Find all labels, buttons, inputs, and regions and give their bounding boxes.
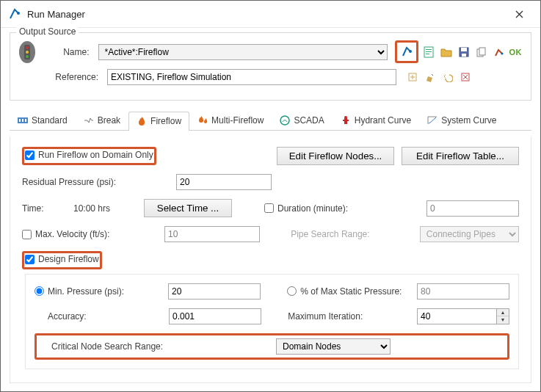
max-iteration-spinner[interactable]: ▲▼: [417, 308, 509, 324]
ok-button[interactable]: OK: [509, 48, 523, 57]
pipe-search-select: Connecting Pipes: [420, 226, 519, 242]
min-pressure-input[interactable]: [168, 283, 261, 300]
pct-max-static-input: [417, 283, 509, 300]
output-source-legend: Output Source: [16, 26, 79, 37]
svg-rect-11: [461, 48, 467, 51]
select-time-button[interactable]: Select Time ...: [144, 199, 232, 217]
window-title: Run Manager: [27, 9, 505, 20]
pipe-search-label: Pipe Search Range:: [291, 229, 413, 239]
fireflow-icon: [137, 116, 147, 126]
tab-scada[interactable]: SCADA: [272, 111, 332, 130]
output-source-group: Output Source Name: *Active*:Fireflow: [10, 32, 531, 101]
break-icon: [84, 115, 94, 126]
svg-rect-7: [426, 49, 432, 50]
critical-node-select[interactable]: Domain Nodes: [276, 338, 391, 355]
svg-point-15: [501, 52, 503, 54]
duration-checkbox[interactable]: Duration (minute):: [264, 203, 348, 214]
hydrant-curve-icon: [341, 115, 351, 126]
standard-icon: [18, 115, 28, 126]
svg-rect-14: [479, 48, 485, 55]
design-fireflow-group: Min. Pressure (psi): % of Max Static Pre…: [25, 274, 519, 369]
run-domain-only-checkbox[interactable]: Run Fireflow on Domain Only: [25, 150, 153, 160]
accuracy-input[interactable]: [169, 308, 261, 324]
name-select[interactable]: *Active*:Fireflow: [98, 44, 388, 60]
max-iteration-label: Maximum Iteration:: [288, 311, 410, 322]
max-velocity-input: [164, 226, 260, 242]
accuracy-label: Accuracy:: [35, 311, 161, 322]
svg-point-25: [344, 116, 347, 119]
svg-point-0: [17, 12, 20, 15]
time-label: Time:: [22, 203, 66, 214]
ref-new-icon[interactable]: [405, 70, 420, 84]
tab-system-curve[interactable]: System Curve: [419, 111, 504, 130]
residual-pressure-input[interactable]: [176, 174, 272, 190]
scada-icon: [280, 115, 290, 126]
time-value: 10:00 hrs: [73, 203, 137, 214]
tab-multi-fireflow[interactable]: Multi-Fireflow: [189, 111, 272, 130]
svg-rect-8: [426, 51, 432, 52]
tab-hydrant-curve[interactable]: Hydrant Curve: [333, 111, 419, 130]
traffic-light-icon: [19, 41, 35, 63]
copy-icon[interactable]: [474, 45, 489, 59]
tab-bar: Standard Break Fireflow Multi-Fireflow S…: [10, 111, 531, 131]
spin-down-icon[interactable]: ▼: [497, 316, 509, 324]
edit-fireflow-nodes-button[interactable]: Edit Fireflow Nodes...: [277, 147, 394, 165]
ref-edit-icon[interactable]: [423, 70, 437, 84]
svg-point-5: [409, 50, 412, 53]
edit-fireflow-table-button[interactable]: Edit Fireflow Table...: [402, 147, 519, 165]
svg-point-2: [26, 46, 29, 49]
settings-icon[interactable]: [492, 45, 506, 59]
run-manager-icon: [8, 7, 21, 21]
close-button[interactable]: [505, 5, 533, 23]
run-icon[interactable]: [400, 44, 415, 59]
name-label: Name:: [43, 47, 93, 57]
tab-standard[interactable]: Standard: [10, 111, 76, 130]
max-velocity-checkbox[interactable]: Max. Velocity (ft/s):: [22, 229, 157, 239]
multi-fireflow-icon: [197, 115, 208, 126]
svg-rect-20: [22, 119, 23, 122]
tab-fireflow[interactable]: Fireflow: [128, 112, 189, 131]
svg-rect-12: [462, 54, 466, 57]
system-curve-icon: [427, 115, 437, 126]
svg-point-3: [26, 51, 29, 54]
critical-node-label: Critical Node Search Range:: [41, 341, 276, 352]
ref-undo-icon[interactable]: [440, 70, 455, 84]
svg-rect-24: [343, 120, 349, 121]
pct-max-static-radio[interactable]: % of Max Static Pressure:: [287, 286, 410, 297]
reference-field[interactable]: [107, 69, 396, 85]
spin-up-icon[interactable]: ▲: [497, 309, 509, 316]
ref-delete-icon[interactable]: [458, 70, 473, 84]
fireflow-panel: Run Fireflow on Domain Only Edit Fireflo…: [10, 137, 531, 383]
report-icon[interactable]: [421, 45, 436, 59]
svg-rect-19: [19, 119, 21, 122]
open-folder-icon[interactable]: [439, 45, 454, 59]
svg-rect-9: [426, 54, 429, 54]
save-icon[interactable]: [457, 45, 471, 59]
tab-break[interactable]: Break: [76, 111, 128, 130]
reference-label: Reference:: [51, 72, 103, 82]
design-fireflow-checkbox[interactable]: Design Fireflow: [25, 254, 99, 264]
residual-pressure-label: Residual Pressure (psi):: [22, 177, 169, 187]
min-pressure-radio[interactable]: Min. Pressure (psi):: [35, 286, 161, 297]
duration-input: [426, 200, 519, 217]
svg-rect-21: [25, 119, 26, 122]
svg-point-4: [26, 55, 29, 58]
